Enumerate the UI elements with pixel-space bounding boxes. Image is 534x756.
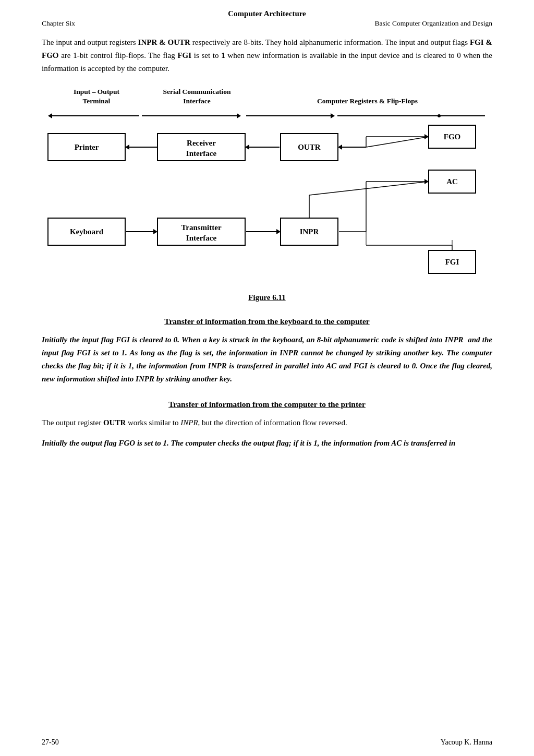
svg-marker-32: [153, 229, 157, 234]
svg-text:Receiver: Receiver: [187, 139, 216, 147]
svg-line-23: [366, 137, 429, 147]
author: Yacoup K. Hanna: [441, 738, 492, 747]
svg-text:FGI: FGI: [445, 258, 459, 266]
figure-caption: Figure 6.11: [42, 293, 492, 302]
diagram-svg: Printer Receiver Interface OUTR: [43, 109, 491, 286]
col-header-io: Input – OutputTerminal: [47, 87, 146, 105]
header: Computer Architecture Chapter Six Basic …: [0, 0, 534, 28]
svg-text:INPR: INPR: [300, 227, 319, 236]
diagram-svg-container: Printer Receiver Interface OUTR: [42, 109, 492, 286]
svg-marker-5: [331, 113, 335, 118]
section-heading-keyboard: Transfer of information from the keyboar…: [42, 317, 492, 326]
col-header-regs: Computer Registers & Flip-Flops: [248, 97, 487, 106]
main-content: The input and output registers INPR & OU…: [0, 28, 534, 450]
svg-marker-37: [276, 229, 281, 234]
svg-text:Interface: Interface: [186, 234, 217, 242]
footer: 27-50 Yacoup K. Hanna: [0, 726, 534, 756]
svg-line-41: [309, 182, 428, 195]
svg-text:AC: AC: [446, 177, 458, 186]
svg-marker-11: [125, 145, 129, 150]
page: Computer Architecture Chapter Six Basic …: [0, 0, 534, 756]
printer-para-2: Initially the output flag FGO is set to …: [42, 437, 492, 450]
diagram-headers: Input – OutputTerminal Serial Communicat…: [42, 87, 492, 105]
header-title: Computer Architecture: [42, 9, 492, 18]
svg-text:Interface: Interface: [186, 149, 217, 158]
intro-paragraph: The input and output registers INPR & OU…: [42, 36, 492, 75]
svg-marker-1: [48, 113, 52, 118]
svg-text:Keyboard: Keyboard: [70, 227, 104, 236]
col-header-sci: Serial CommunicationInterface: [146, 87, 248, 105]
chapter-label: Chapter Six: [42, 19, 75, 28]
diagram-area: Input – OutputTerminal Serial Communicat…: [42, 87, 492, 302]
printer-para-1: The output register OUTR works similar t…: [42, 416, 492, 429]
svg-text:Printer: Printer: [75, 143, 99, 151]
header-sub: Chapter Six Basic Computer Organization …: [42, 19, 492, 28]
svg-marker-16: [245, 145, 249, 150]
page-number: 27-50: [42, 738, 59, 747]
svg-marker-26: [424, 134, 429, 139]
svg-text:FGO: FGO: [444, 133, 461, 141]
svg-marker-20: [338, 145, 342, 150]
svg-marker-44: [424, 179, 429, 184]
section-heading-printer: Transfer of information from the compute…: [42, 400, 492, 409]
svg-point-7: [438, 114, 441, 117]
keyboard-para: Initially the input flag FGI is cleared …: [42, 333, 492, 385]
svg-marker-3: [237, 113, 241, 118]
svg-text:OUTR: OUTR: [298, 143, 321, 151]
svg-text:Transmitter: Transmitter: [181, 223, 222, 232]
section-label: Basic Computer Organization and Design: [375, 19, 492, 28]
